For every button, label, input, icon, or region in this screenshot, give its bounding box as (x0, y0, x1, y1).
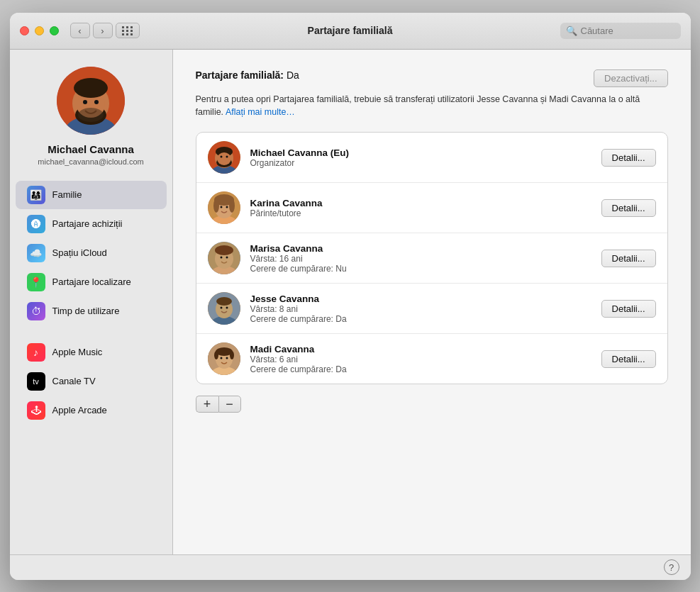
member-role: Organizator (250, 158, 591, 168)
window-footer: ? (10, 554, 691, 580)
member-name: Michael Cavanna (Eu) (250, 147, 591, 158)
member-role: Vârsta: 16 aniCerere de cumpărare: Nu (250, 254, 591, 274)
details-button[interactable]: Detalii... (601, 300, 656, 318)
details-button[interactable]: Detalii... (601, 199, 656, 217)
sidebar-items: 👨‍👩‍👧 Familie 🅐 Partajare achiziții ☁️ (10, 180, 172, 425)
details-button[interactable]: Detalii... (601, 149, 656, 167)
table-row: Karina Cavanna Părinte/tutore Detalii... (196, 183, 667, 233)
learn-more-link[interactable]: Aflați mai multe… (226, 107, 295, 117)
remove-member-button[interactable]: − (218, 396, 241, 413)
member-name: Jesse Cavanna (250, 294, 591, 304)
sidebar-item-screentime[interactable]: ⏱ Timp de utilizare (16, 297, 167, 325)
screentime-icon: ⏱ (27, 302, 45, 320)
avatar (208, 141, 240, 174)
member-info: Michael Cavanna (Eu) Organizator (250, 147, 591, 168)
svg-point-22 (213, 199, 219, 213)
content-description: Pentru a putea opri Partajarea familială… (196, 93, 668, 120)
member-name: Madi Cavanna (250, 344, 591, 354)
nav-buttons: ‹ › (70, 23, 113, 38)
member-name: Marisa Cavanna (250, 243, 591, 254)
deactivate-button[interactable]: Dezactivați... (594, 69, 667, 87)
family-icon: 👨‍👩‍👧 (27, 186, 45, 204)
table-row: Marisa Cavanna Vârsta: 16 aniCerere de c… (196, 233, 667, 284)
svg-point-29 (215, 245, 233, 255)
grid-icon (122, 26, 133, 35)
maximize-button[interactable] (50, 26, 59, 35)
sidebar-label-location: Partajare localizare (52, 277, 131, 287)
sidebar-label-icloud: Spațiu iCloud (52, 247, 107, 258)
main-window: ‹ › Partajare familială 🔍 (10, 13, 691, 580)
avatar (208, 191, 240, 224)
svg-point-42 (214, 351, 218, 359)
member-name: Karina Cavanna (250, 198, 591, 208)
search-box[interactable]: 🔍 (560, 23, 681, 39)
back-button[interactable]: ‹ (70, 23, 90, 38)
table-row: Michael Cavanna (Eu) Organizator Detalii… (196, 133, 667, 183)
table-row: Jesse Cavanna Vârsta: 8 aniCerere de cum… (196, 284, 667, 334)
svg-point-16 (220, 156, 222, 158)
sidebar-item-purchases[interactable]: 🅐 Partajare achiziții (16, 210, 167, 238)
svg-point-25 (226, 206, 228, 208)
sidebar-item-location[interactable]: 📍 Partajare localizare (16, 268, 167, 296)
member-info: Jesse Cavanna Vârsta: 8 aniCerere de cum… (250, 294, 591, 324)
member-info: Madi Cavanna Vârsta: 6 aniCerere de cump… (250, 344, 591, 374)
sidebar-label-family: Familie (52, 189, 82, 200)
bottom-actions: + − (196, 396, 668, 413)
svg-point-9 (78, 108, 104, 122)
avatar (208, 342, 240, 375)
sidebar: Michael Cavanna michael_cavanna@icloud.c… (10, 50, 173, 554)
main-content: Partajare familială: Da Dezactivați... P… (173, 50, 691, 554)
svg-point-31 (226, 257, 228, 259)
svg-point-23 (229, 199, 235, 213)
icloud-icon: ☁️ (27, 244, 45, 262)
music-icon: ♪ (27, 343, 45, 362)
svg-point-37 (226, 307, 228, 309)
avatar (208, 242, 240, 274)
avatar (208, 292, 240, 325)
svg-point-44 (220, 357, 222, 359)
sidebar-item-tv[interactable]: tv Canale TV (16, 367, 167, 396)
arcade-icon: 🕹 (27, 401, 45, 420)
member-role: Părinte/tutore (250, 208, 591, 218)
title-value: Da (287, 69, 299, 81)
svg-point-45 (226, 357, 228, 359)
add-member-button[interactable]: + (196, 396, 218, 413)
sidebar-label-purchases: Partajare achiziții (52, 218, 123, 229)
member-info: Marisa Cavanna Vârsta: 16 aniCerere de c… (250, 243, 591, 274)
details-button[interactable]: Detalii... (601, 350, 656, 368)
svg-point-30 (220, 257, 222, 259)
search-input[interactable] (581, 26, 675, 36)
sidebar-label-music: Apple Music (52, 347, 103, 357)
sidebar-label-arcade: Apple Arcade (52, 405, 107, 415)
svg-point-17 (226, 156, 228, 158)
sidebar-label-tv: Canale TV (52, 376, 96, 386)
purchases-icon: 🅐 (27, 215, 45, 233)
svg-point-6 (74, 78, 108, 98)
close-button[interactable] (20, 26, 29, 35)
details-button[interactable]: Detalii... (601, 250, 656, 267)
help-button[interactable]: ? (664, 559, 679, 575)
title-label: Partajare familială: (196, 69, 284, 81)
svg-point-8 (94, 100, 99, 104)
svg-point-24 (220, 206, 222, 208)
table-row: Madi Cavanna Vârsta: 6 aniCerere de cump… (196, 334, 667, 384)
tv-icon: tv (27, 372, 45, 391)
search-icon: 🔍 (566, 26, 577, 36)
content-header: Partajare familială: Da Dezactivați... (196, 69, 668, 87)
svg-point-7 (83, 100, 87, 104)
sidebar-item-family[interactable]: 👨‍👩‍👧 Familie (16, 181, 167, 209)
minimize-button[interactable] (35, 26, 44, 35)
sidebar-label-screentime: Timp de utilizare (52, 306, 120, 316)
svg-point-35 (216, 297, 232, 306)
sidebar-item-music[interactable]: ♪ Apple Music (16, 338, 167, 367)
member-role: Vârsta: 8 aniCerere de cumpărare: Da (250, 304, 591, 324)
titlebar: ‹ › Partajare familială 🔍 (10, 13, 691, 50)
user-email: michael_cavanna@icloud.com (38, 157, 143, 166)
sidebar-item-icloud[interactable]: ☁️ Spațiu iCloud (16, 239, 167, 267)
forward-button[interactable]: › (93, 23, 113, 38)
sidebar-item-arcade[interactable]: 🕹 Apple Arcade (16, 396, 167, 425)
grid-view-button[interactable] (116, 23, 140, 38)
svg-point-15 (217, 152, 231, 165)
avatar (57, 67, 125, 135)
content-title: Partajare familială: Da (196, 69, 299, 81)
